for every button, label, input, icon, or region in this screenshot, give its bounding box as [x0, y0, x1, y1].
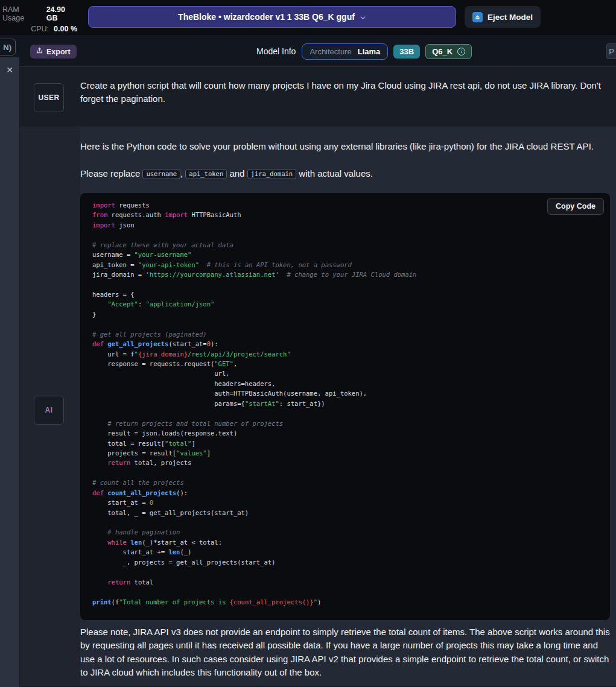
new-chat-shortcut-fragment[interactable]: N): [0, 39, 16, 55]
code-line: # count all the projects: [92, 479, 599, 489]
code-line: from requests.auth import HTTPBasicAuth: [92, 211, 599, 221]
code-line: }: [92, 311, 599, 320]
architecture-value: Llama: [358, 47, 381, 56]
code-line: return total, projects: [92, 459, 599, 469]
cpu-usage-row: CPU: 0.00 %: [0, 24, 80, 34]
sidebar-strip: ✕: [0, 57, 20, 687]
ai-role-badge: AI: [34, 396, 64, 425]
code-line: total, _ = get_all_projects(start_at): [92, 509, 599, 519]
model-info-label: Model Info: [256, 46, 296, 56]
code-line: print(f"Total number of projects is {cou…: [92, 598, 599, 608]
code-line: auth=HTTPBasicAuth(username, api_token),: [92, 390, 599, 399]
code-line: def count_all_projects():: [92, 489, 599, 499]
code-line: username = "your-username": [92, 251, 599, 261]
code-line: def get_all_projects(start_at=0):: [92, 340, 599, 350]
code-line: while len(_)*start_at < total:: [92, 539, 599, 548]
code-line: headers=headers,: [92, 380, 599, 390]
model-selector-button[interactable]: TheBloke • wizardcoder v1 1 33B Q6_K ggu…: [88, 6, 456, 28]
code-line: projects = result["values"]: [92, 449, 599, 459]
ram-usage-label: RAM Usage: [2, 5, 42, 22]
ai-intro-text: Here is the Python code to solve your pr…: [80, 140, 610, 153]
code-line: [92, 568, 599, 578]
inline-code-api-token: api_token: [185, 169, 227, 179]
info-icon[interactable]: i: [457, 48, 465, 55]
ai-outro-text: Please note, JIRA API v3 does not provid…: [80, 625, 611, 680]
code-line: "Accept": "application/json": [92, 300, 599, 310]
eject-icon: [472, 12, 483, 22]
code-line: [92, 519, 599, 528]
chevron-down-icon: [360, 14, 366, 21]
parameter-size-badge: 33B: [393, 45, 420, 59]
code-line: [92, 410, 599, 419]
code-line: # get all projects (paginated): [92, 331, 599, 340]
code-line: [92, 469, 599, 479]
user-gutter: USER: [20, 67, 80, 127]
inline-code-username: username: [142, 169, 180, 179]
export-button[interactable]: Export: [30, 45, 77, 59]
code-lines: import requestsfrom requests.auth import…: [92, 201, 599, 608]
quantization-value: Q6_K: [432, 47, 452, 56]
code-line: start_at = 0: [92, 499, 599, 508]
code-line: api_token = "your-api-token" # this is a…: [92, 261, 599, 271]
ai-message-bubble: Here is the Python code to solve your pr…: [80, 127, 616, 686]
user-message-text: Create a python script that will count h…: [80, 79, 610, 106]
user-message-bubble: Create a python script that will count h…: [80, 67, 616, 127]
code-line: # return projects and total number of pr…: [92, 420, 599, 429]
ai-replace-instruction: Please replace username, api_token and j…: [80, 166, 611, 181]
user-message-row: USER Create a python script that will co…: [20, 67, 616, 127]
system-stats: RAM Usage 24.90 GB CPU: 0.00 %: [0, 4, 80, 34]
code-line: [92, 320, 599, 330]
code-line: [92, 231, 599, 241]
code-line: result = json.loads(response.text): [92, 429, 599, 439]
ram-usage-value: 24.90 GB: [46, 5, 77, 22]
code-line: [92, 588, 599, 598]
inline-code-jira-domain: jira_domain: [247, 169, 297, 179]
ram-usage-row: RAM Usage 24.90 GB: [0, 4, 80, 24]
user-role-badge: USER: [34, 83, 64, 112]
close-sidebar-icon[interactable]: ✕: [0, 65, 19, 75]
partial-panel-button[interactable]: P: [606, 43, 616, 59]
code-line: params={"startAt": start_at}): [92, 400, 599, 410]
code-line: url,: [92, 370, 599, 379]
code-line: return total: [92, 578, 599, 588]
code-line: _, projects = get_all_projects(start_at): [92, 559, 599, 568]
model-selector-label: TheBloke • wizardcoder v1 1 33B Q6_K ggu…: [178, 12, 355, 22]
code-line: import json: [92, 221, 599, 231]
eject-model-button[interactable]: Eject Model: [465, 6, 541, 28]
code-line: import requests: [92, 201, 599, 211]
ai-message-row: AI Here is the Python code to solve your…: [20, 127, 616, 686]
chat-toolbar: N) Export Model Info Architecture Llama …: [0, 35, 616, 67]
code-line: start_at += len(_): [92, 548, 599, 558]
chat-area: USER Create a python script that will co…: [20, 67, 616, 687]
export-label: Export: [46, 48, 71, 56]
ai-gutter: AI: [20, 127, 80, 686]
code-line: url = f"{jira_domain}/rest/api/3/project…: [92, 350, 599, 360]
system-top-bar: RAM Usage 24.90 GB CPU: 0.00 % TheBloke …: [0, 0, 616, 35]
cpu-usage-label: CPU:: [31, 25, 49, 33]
code-line: headers = {: [92, 291, 599, 300]
code-line: [92, 281, 599, 291]
code-line: total = result["total"]: [92, 440, 599, 449]
quantization-badge[interactable]: Q6_K i: [425, 44, 472, 59]
copy-code-button[interactable]: Copy Code: [547, 198, 604, 215]
export-icon: [36, 47, 43, 56]
cpu-usage-value: 0.00 %: [54, 25, 77, 33]
code-line: jira_domain = 'https://yourcompany.atlas…: [92, 271, 599, 280]
architecture-badge: Architecture Llama: [302, 43, 388, 60]
code-line: # replace these with your actual data: [92, 241, 599, 251]
code-line: # handle pagination: [92, 528, 599, 538]
code-block: Copy Code import requestsfrom requests.a…: [80, 193, 610, 620]
code-line: response = requests.request("GET",: [92, 360, 599, 370]
architecture-key: Architecture: [310, 47, 351, 56]
eject-model-label: Eject Model: [487, 13, 533, 22]
model-info-group: Model Info Architecture Llama 33B Q6_K i: [256, 42, 472, 60]
